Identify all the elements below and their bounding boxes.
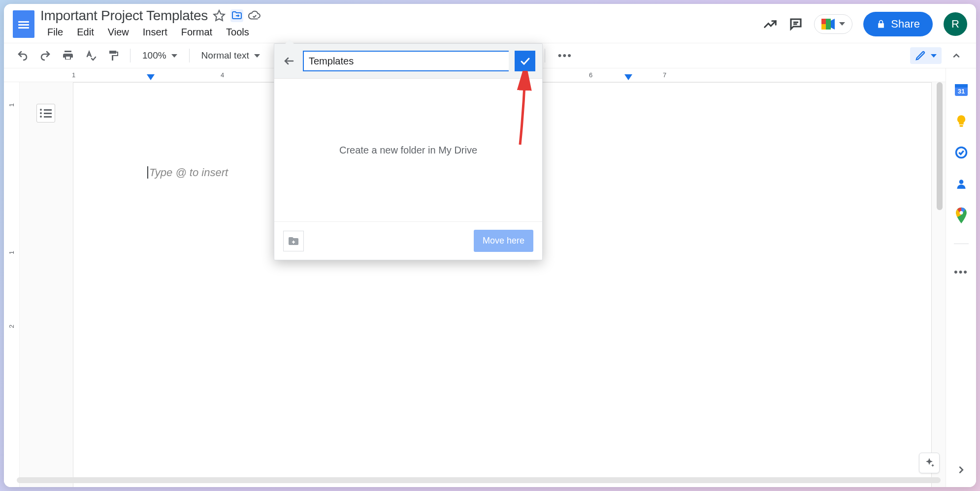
ruler-tick: 2 xyxy=(8,325,15,328)
side-panel-separator xyxy=(954,244,969,244)
pencil-icon xyxy=(915,50,926,61)
paragraph-style-select[interactable]: Normal text xyxy=(197,48,264,63)
caret-down-icon xyxy=(254,54,260,58)
ruler-indent-marker-icon[interactable] xyxy=(147,74,155,80)
tasks-icon[interactable] xyxy=(954,145,969,160)
zoom-select[interactable]: 100% xyxy=(138,48,181,63)
ruler-tick: 1 xyxy=(8,251,15,254)
spellcheck-button[interactable] xyxy=(82,48,99,63)
meet-icon xyxy=(821,19,835,30)
zoom-value: 100% xyxy=(142,50,166,61)
svg-rect-8 xyxy=(955,84,968,88)
confirm-folder-button[interactable] xyxy=(515,51,535,71)
menu-tools[interactable]: Tools xyxy=(220,25,255,40)
check-icon xyxy=(519,55,531,67)
star-icon[interactable] xyxy=(213,9,226,22)
contacts-icon[interactable] xyxy=(954,177,969,191)
account-avatar[interactable]: R xyxy=(944,12,967,36)
ruler-tick: 4 xyxy=(221,71,224,79)
keep-icon[interactable] xyxy=(954,114,969,128)
create-folder-hint: Create a new folder in My Drive xyxy=(339,145,477,156)
toolbar-separator xyxy=(130,49,131,62)
back-button[interactable] xyxy=(281,53,297,69)
share-button[interactable]: Share xyxy=(863,12,933,36)
toolbar-separator xyxy=(545,49,545,62)
new-folder-icon xyxy=(288,235,299,247)
menu-file[interactable]: File xyxy=(41,25,69,40)
side-panel: 31 ••• xyxy=(946,68,976,487)
explore-button[interactable] xyxy=(919,453,940,473)
app-window: Important Project Templates File Edit Vi… xyxy=(4,4,976,487)
menu-edit[interactable]: Edit xyxy=(71,25,99,40)
move-popover-header xyxy=(274,44,542,79)
ruler-tick: 7 xyxy=(663,71,666,79)
show-outline-button[interactable] xyxy=(36,104,55,123)
move-here-button[interactable]: Move here xyxy=(474,230,533,252)
redo-button[interactable] xyxy=(36,48,54,63)
header-right-actions: Share R xyxy=(763,12,967,36)
document-title[interactable]: Important Project Templates xyxy=(40,8,208,24)
menubar: File Edit View Insert Format Tools xyxy=(40,25,261,40)
menu-format[interactable]: Format xyxy=(175,25,218,40)
vertical-scrollbar[interactable] xyxy=(937,82,943,210)
avatar-initial: R xyxy=(951,18,959,31)
svg-point-12 xyxy=(959,180,963,184)
menu-insert[interactable]: Insert xyxy=(137,25,173,40)
maps-icon[interactable] xyxy=(954,208,969,223)
title-row: Important Project Templates xyxy=(40,8,261,24)
paragraph-style-value: Normal text xyxy=(201,50,249,61)
editing-mode-button[interactable] xyxy=(910,47,942,64)
ruler-tick: 1 xyxy=(72,71,75,79)
new-folder-button[interactable] xyxy=(283,231,304,251)
svg-marker-6 xyxy=(831,19,835,30)
move-popover-body: Create a new folder in My Drive xyxy=(274,79,542,221)
svg-rect-4 xyxy=(821,24,826,30)
horizontal-scrollbar[interactable] xyxy=(17,477,941,483)
caret-down-icon xyxy=(931,54,937,58)
share-label: Share xyxy=(891,18,920,31)
svg-point-13 xyxy=(959,211,963,215)
move-here-label: Move here xyxy=(483,236,524,246)
lock-icon xyxy=(876,19,886,29)
ruler-tick: 6 xyxy=(589,71,592,79)
get-addons-button[interactable]: ••• xyxy=(954,265,969,279)
svg-text:31: 31 xyxy=(957,88,964,95)
move-popover-footer: Move here xyxy=(274,221,542,260)
activity-icon[interactable] xyxy=(763,17,778,31)
ruler-tick: 1 xyxy=(8,103,15,107)
toolbar-more-button[interactable]: ••• xyxy=(553,49,577,62)
meet-button[interactable] xyxy=(814,14,852,34)
caret-down-icon xyxy=(171,54,177,58)
docs-logo-icon[interactable] xyxy=(13,10,34,38)
comments-icon[interactable] xyxy=(788,17,803,31)
insert-placeholder: Type @ to insert xyxy=(147,166,228,179)
move-icon[interactable] xyxy=(230,9,243,22)
folder-name-input[interactable] xyxy=(303,51,509,71)
vertical-ruler[interactable]: 1 1 2 xyxy=(4,82,20,487)
caret-down-icon xyxy=(839,22,845,26)
hide-side-panel-button[interactable] xyxy=(954,462,969,477)
title-column: Important Project Templates File Edit Vi… xyxy=(40,8,261,40)
undo-button[interactable] xyxy=(14,48,32,63)
move-popover: Create a new folder in My Drive Move her… xyxy=(274,43,543,260)
collapse-toolbar-button[interactable] xyxy=(947,49,966,62)
cloud-status-icon[interactable] xyxy=(248,9,261,22)
svg-rect-10 xyxy=(959,125,963,126)
menu-view[interactable]: View xyxy=(102,25,135,40)
titlebar: Important Project Templates File Edit Vi… xyxy=(4,4,976,40)
toolbar-separator xyxy=(189,49,190,62)
svg-rect-5 xyxy=(826,19,831,30)
calendar-icon[interactable]: 31 xyxy=(954,82,969,97)
ruler-right-margin-marker-icon[interactable] xyxy=(624,74,632,80)
svg-rect-3 xyxy=(821,19,826,24)
paint-format-button[interactable] xyxy=(104,48,122,63)
svg-marker-0 xyxy=(214,10,225,21)
print-button[interactable] xyxy=(59,48,77,63)
